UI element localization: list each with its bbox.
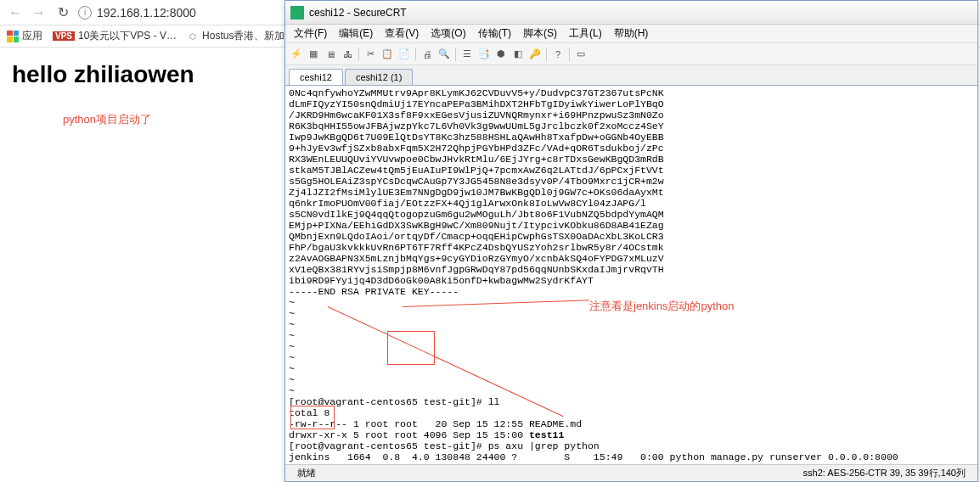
- terminal-output[interactable]: 0Nc4qnfywhoYZwMMUtrv9Apr8KLymKJ62CVDuvV5…: [285, 86, 977, 464]
- tool-print-icon[interactable]: 🖨: [420, 47, 435, 62]
- securecrt-titlebar[interactable]: ceshi12 - SecureCRT: [285, 1, 977, 25]
- tool-help-icon[interactable]: ?: [550, 47, 566, 62]
- tool-paste2-icon[interactable]: 📄: [397, 47, 412, 62]
- window-title: ceshi12 - SecureCRT: [309, 7, 407, 19]
- forward-button[interactable]: →: [31, 4, 48, 21]
- tool-props-icon[interactable]: ☰: [459, 47, 475, 62]
- menu-edit[interactable]: 编辑(E): [334, 25, 378, 42]
- menu-tools[interactable]: 工具(L): [564, 25, 607, 42]
- tool-quick-connect-icon[interactable]: ⚡: [289, 47, 304, 62]
- tool-connect-icon[interactable]: ▦: [306, 47, 321, 62]
- bookmark-vps[interactable]: VPS 10美元以下VPS - V…: [53, 29, 177, 43]
- status-connection: ssh2: AES-256-CTR 39, 35 39行,140列: [797, 467, 972, 479]
- bookmark-hostus[interactable]: ⬡ Hostus香港、新加坡: [187, 29, 295, 43]
- securecrt-window: ceshi12 - SecureCRT 文件(F) 编辑(E) 查看(V) 选项…: [284, 0, 978, 482]
- menu-script[interactable]: 脚本(S): [518, 25, 562, 42]
- site-info-icon[interactable]: i: [78, 6, 92, 20]
- tool-window-icon[interactable]: ▭: [573, 47, 589, 62]
- tool-key-icon[interactable]: 🔑: [527, 47, 543, 62]
- tab-ceshi12[interactable]: ceshi12: [289, 69, 343, 85]
- annotation-label: 注意看是jenkins启动的python: [589, 299, 735, 314]
- apps-button[interactable]: 应用: [7, 29, 42, 43]
- tool-disconnect-icon[interactable]: 🖧: [340, 47, 355, 62]
- apps-icon: [7, 31, 19, 42]
- menu-transfer[interactable]: 传输(T): [473, 25, 516, 42]
- tab-ceshi12-1[interactable]: ceshi12 (1): [345, 69, 413, 85]
- status-ready: 就绪: [290, 467, 323, 479]
- highlight-root-owner: [387, 331, 435, 365]
- vps-icon: VPS: [53, 31, 75, 41]
- session-tabs: ceshi12 ceshi12 (1): [285, 65, 977, 86]
- menu-help[interactable]: 帮助(H): [609, 25, 654, 42]
- tool-color-icon[interactable]: ◧: [510, 47, 526, 62]
- statusbar: 就绪 ssh2: AES-256-CTR 39, 35 39行,140列: [285, 464, 977, 481]
- tool-paste-icon[interactable]: 📋: [380, 47, 395, 62]
- highlight-jenkins-user: [290, 406, 335, 429]
- menu-view[interactable]: 查看(V): [380, 25, 424, 42]
- back-button[interactable]: ←: [7, 4, 24, 21]
- url-text: 192.168.1.12:8000: [97, 6, 196, 20]
- menu-options[interactable]: 选项(O): [425, 25, 470, 42]
- tool-session-icon[interactable]: 📑: [476, 47, 492, 62]
- securecrt-app-icon: [290, 6, 304, 20]
- toolbar: ⚡ ▦ 🖥 🖧 ✂ 📋 📄 🖨 🔍 ☰ 📑 ⬢ ◧ 🔑 ? ▭: [285, 43, 977, 65]
- tool-reconnect-icon[interactable]: 🖥: [323, 47, 338, 62]
- hostus-icon: ⬡: [187, 31, 199, 42]
- reload-button[interactable]: ↻: [54, 4, 71, 21]
- menu-file[interactable]: 文件(F): [289, 25, 332, 42]
- menubar: 文件(F) 编辑(E) 查看(V) 选项(O) 传输(T) 脚本(S) 工具(L…: [285, 25, 977, 43]
- tool-copy-icon[interactable]: ✂: [363, 47, 378, 62]
- tool-find-icon[interactable]: 🔍: [436, 47, 452, 62]
- tool-hex-icon[interactable]: ⬢: [493, 47, 509, 62]
